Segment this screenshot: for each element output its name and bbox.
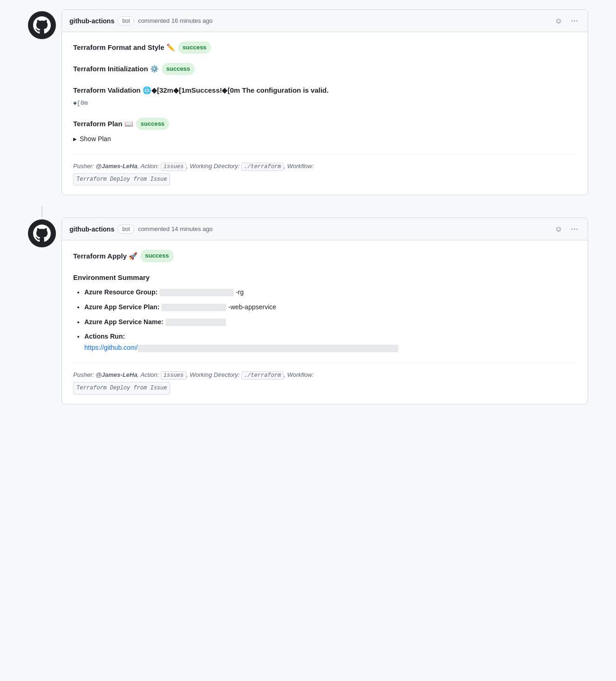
tf-apply-label: Terraform Apply 🚀: [73, 250, 137, 262]
tf-init-status: success: [162, 63, 195, 75]
tf-init-title: Terraform Initialization ⚙️ success: [73, 63, 576, 75]
action-label-1: Action:: [140, 163, 160, 170]
env-resource-group-suffix: -rg: [236, 288, 244, 296]
pusher-author-1[interactable]: @James-LeHa: [96, 163, 137, 170]
connector-line: [41, 206, 42, 218]
tf-plan-status: success: [136, 118, 169, 130]
workflow-label-1: Workflow:: [287, 163, 314, 170]
comment-header-left-2: github-actions bot commented 14 minutes …: [69, 225, 213, 234]
tf-format-section: Terraform Format and Style ✏️ success: [73, 41, 576, 54]
dir-value-2: ./terraform: [241, 371, 284, 380]
tf-plan-label: Terraform Plan 📖: [73, 118, 133, 130]
emoji-react-button-2[interactable]: ☺: [553, 223, 564, 235]
env-app-service-plan-redacted: [161, 304, 226, 311]
tf-init-label: Terraform Initialization ⚙️: [73, 63, 159, 75]
comment-time-2: commented 14 minutes ago: [138, 225, 212, 232]
more-options-button-2[interactable]: ⋯: [569, 223, 580, 235]
env-list: Azure Resource Group: -rg Azure App Serv…: [73, 287, 576, 354]
action-label-2: Action:: [140, 371, 160, 378]
comment-body-1: Terraform Format and Style ✏️ success Te…: [62, 32, 588, 195]
env-actions-run-label: Actions Run:: [84, 333, 125, 340]
emoji-react-button-1[interactable]: ☺: [553, 15, 564, 27]
tf-format-label: Terraform Format and Style ✏️: [73, 41, 175, 54]
author-name-2: github-actions: [69, 225, 114, 233]
env-actions-run-redacted: [137, 345, 398, 352]
env-resource-group: Azure Resource Group: -rg: [84, 287, 576, 298]
bot-badge-2: bot: [118, 225, 134, 234]
comment-box-1: github-actions bot commented 16 minutes …: [62, 9, 588, 195]
action-value-2: issues: [161, 371, 186, 380]
pusher-text-1: Pusher:: [73, 163, 96, 170]
dir-value-1: ./terraform: [241, 163, 284, 171]
comment-header-2: github-actions bot commented 14 minutes …: [62, 218, 588, 240]
tf-plan-section: Terraform Plan 📖 success ▶ Show Plan: [73, 118, 576, 145]
tf-apply-title: Terraform Apply 🚀 success: [73, 250, 576, 262]
pusher-line-1: Pusher: @James-LeHa, Action: issues, Wor…: [73, 154, 576, 186]
comment-header-right-2: ☺ ⋯: [553, 223, 580, 235]
tf-apply-section: Terraform Apply 🚀 success: [73, 250, 576, 262]
author-name-1: github-actions: [69, 17, 114, 25]
env-summary-title: Environment Summary: [73, 272, 576, 284]
env-app-service-plan-label: Azure App Service Plan:: [84, 303, 159, 311]
env-app-service-name-label: Azure App Service Name:: [84, 318, 164, 326]
comment-time-1: commented 16 minutes ago: [138, 17, 212, 24]
comment-1: github-actions bot commented 16 minutes …: [28, 9, 588, 195]
pusher-line-2: Pusher: @James-LeHa, Action: issues, Wor…: [73, 363, 576, 395]
env-app-service-name: Azure App Service Name:: [84, 317, 576, 328]
env-app-service-name-redacted: [165, 319, 226, 326]
tf-format-title: Terraform Format and Style ✏️ success: [73, 41, 576, 54]
comment-header-1: github-actions bot commented 16 minutes …: [62, 10, 588, 32]
dir-label-2: Working Directory:: [190, 371, 241, 378]
dir-label-1: Working Directory:: [190, 163, 241, 170]
avatar-2: [28, 219, 56, 247]
tf-plan-title: Terraform Plan 📖 success: [73, 118, 576, 130]
pusher-text-2: Pusher:: [73, 371, 96, 378]
env-resource-group-label: Azure Resource Group:: [84, 288, 157, 296]
show-plan-arrow: ▶: [73, 135, 77, 143]
comment-body-2: Terraform Apply 🚀 success Environment Su…: [62, 240, 588, 403]
tf-validation-label: Terraform Validation 🌐◆[32m◆[1mSuccess!◆…: [73, 84, 329, 96]
comment-header-right-1: ☺ ⋯: [553, 14, 580, 27]
tf-init-section: Terraform Initialization ⚙️ success: [73, 63, 576, 75]
action-value-1: issues: [161, 163, 186, 171]
workflow-label-2: Workflow:: [287, 371, 314, 378]
env-actions-run: Actions Run: https://github.com/: [84, 331, 576, 354]
comment-2: github-actions bot commented 14 minutes …: [28, 218, 588, 404]
bot-badge-1: bot: [118, 16, 134, 26]
env-actions-run-link[interactable]: https://github.com/: [84, 344, 137, 351]
comment-box-2: github-actions bot commented 14 minutes …: [62, 218, 588, 404]
env-summary-section: Environment Summary Azure Resource Group…: [73, 272, 576, 354]
show-plan-label: Show Plan: [80, 134, 111, 145]
env-resource-group-redacted: [159, 289, 234, 296]
env-app-service-plan: Azure App Service Plan: -web-appservice: [84, 302, 576, 313]
tf-validation-mono: ◆[0m: [73, 98, 576, 109]
tf-apply-status: success: [140, 250, 173, 262]
tf-format-status: success: [178, 41, 211, 54]
workflow-value-2: Terraform Deploy from Issue: [73, 382, 170, 394]
more-options-button-1[interactable]: ⋯: [569, 14, 580, 27]
pusher-author-2[interactable]: @James-LeHa: [96, 371, 137, 378]
env-app-service-plan-suffix: -web-appservice: [228, 303, 276, 311]
tf-validation-section: Terraform Validation 🌐◆[32m◆[1mSuccess!◆…: [73, 84, 576, 109]
show-plan-toggle[interactable]: ▶ Show Plan: [73, 134, 576, 145]
avatar-1: [28, 11, 56, 39]
workflow-value-1: Terraform Deploy from Issue: [73, 173, 170, 185]
tf-validation-title: Terraform Validation 🌐◆[32m◆[1mSuccess!◆…: [73, 84, 576, 96]
comment-header-left-1: github-actions bot commented 16 minutes …: [69, 16, 213, 26]
